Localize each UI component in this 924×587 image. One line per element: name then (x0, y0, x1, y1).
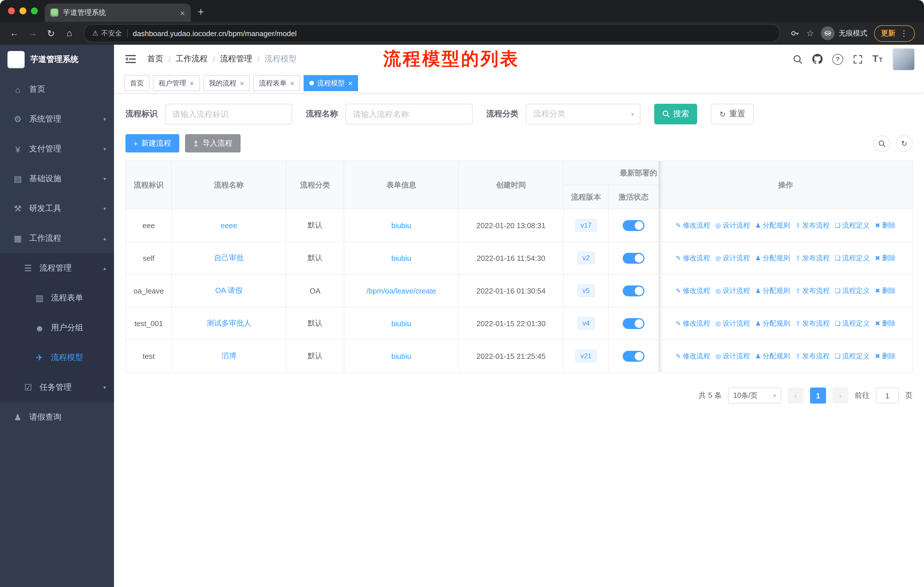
breadcrumb-item[interactable]: 流程管理 (220, 54, 252, 64)
assign-rule-link[interactable]: ♟分配规则 (755, 286, 790, 296)
design-process-link[interactable]: ◎设计流程 (715, 318, 750, 328)
browser-menu-icon[interactable]: ⋮ (900, 29, 908, 38)
new-tab-button[interactable]: + (191, 6, 211, 22)
github-icon[interactable] (812, 54, 823, 64)
reload-button[interactable]: ↻ (42, 25, 59, 42)
publish-process-link[interactable]: ⇪发布流程 (795, 253, 830, 263)
publish-process-link[interactable]: ⇪发布流程 (795, 286, 830, 296)
sidebar-item-system[interactable]: ⚙ 系统管理 ▾ (0, 104, 114, 134)
publish-process-link[interactable]: ⇪发布流程 (795, 220, 830, 230)
process-key-input[interactable] (165, 104, 292, 124)
edit-process-link[interactable]: ✎修改流程 (676, 220, 710, 230)
tag-tenant[interactable]: 租户管理 × (153, 75, 200, 91)
process-name-link[interactable]: 测试多审批人 (206, 319, 251, 327)
delete-link[interactable]: ✖删除 (875, 286, 896, 296)
publish-process-link[interactable]: ⇪发布流程 (795, 351, 830, 361)
address-bar[interactable]: ⚠ 不安全 dashboard.yudao.iocoder.cn/bpm/man… (84, 24, 780, 42)
form-link[interactable]: biubiu (391, 254, 411, 262)
edit-process-link[interactable]: ✎修改流程 (676, 253, 710, 263)
reset-button[interactable]: ↻ 重置 (711, 104, 754, 124)
page-size-select[interactable]: 10条/页 ▾ (728, 387, 781, 403)
process-name-link[interactable]: 自己审批 (214, 253, 244, 262)
sidebar-item-infrastructure[interactable]: ▤ 基础设施 ▾ (0, 164, 114, 194)
process-name-input[interactable] (345, 104, 473, 124)
prev-page-button[interactable]: ‹ (788, 387, 804, 403)
close-icon[interactable]: × (290, 79, 294, 87)
tab-close-icon[interactable]: × (180, 8, 185, 17)
back-button[interactable]: ← (6, 25, 23, 42)
process-definition-link[interactable]: ❏流程定义 (835, 318, 870, 328)
search-icon[interactable] (793, 54, 803, 64)
key-icon[interactable] (790, 29, 799, 38)
form-link[interactable]: /bpm/oa/leave/create (366, 286, 436, 295)
active-toggle[interactable] (623, 318, 644, 329)
edit-process-link[interactable]: ✎修改流程 (676, 318, 710, 328)
forward-button[interactable]: → (24, 25, 41, 42)
delete-link[interactable]: ✖删除 (875, 351, 896, 361)
close-icon[interactable]: × (190, 79, 194, 87)
fullscreen-icon[interactable] (853, 54, 863, 64)
home-button[interactable]: ⌂ (61, 25, 78, 42)
import-process-button[interactable]: ↥ 导入流程 (185, 134, 240, 152)
process-definition-link[interactable]: ❏流程定义 (835, 220, 870, 230)
edit-process-link[interactable]: ✎修改流程 (676, 286, 710, 296)
breadcrumb-item[interactable]: 工作流程 (176, 54, 208, 64)
process-name-link[interactable]: eeee (221, 221, 237, 230)
delete-link[interactable]: ✖删除 (875, 318, 896, 328)
assign-rule-link[interactable]: ♟分配规则 (755, 253, 790, 263)
sidebar-item-devtools[interactable]: ⚒ 研发工具 ▾ (0, 194, 114, 223)
design-process-link[interactable]: ◎设计流程 (715, 286, 750, 296)
current-page-button[interactable]: 1 (810, 387, 826, 403)
assign-rule-link[interactable]: ♟分配规则 (755, 351, 790, 361)
tag-home[interactable]: 首页 (124, 75, 150, 91)
sidebar-item-task-management[interactable]: ☑ 任务管理 ▾ (0, 373, 114, 402)
assign-rule-link[interactable]: ♟分配规则 (755, 318, 790, 328)
delete-link[interactable]: ✖删除 (875, 220, 896, 230)
assign-rule-link[interactable]: ♟分配规则 (755, 220, 790, 230)
close-icon[interactable]: × (240, 79, 244, 87)
tag-process-model[interactable]: 流程模型 × (304, 75, 358, 91)
edit-process-link[interactable]: ✎修改流程 (676, 351, 710, 361)
design-process-link[interactable]: ◎设计流程 (715, 351, 750, 361)
sidebar-item-workflow[interactable]: ▦ 工作流程 ▴ (0, 223, 114, 253)
sidebar-item-process-management[interactable]: ☰ 流程管理 ▴ (0, 253, 114, 283)
browser-tab[interactable]: 芋道管理系统 × (45, 3, 191, 22)
goto-page-input[interactable] (876, 387, 899, 403)
refresh-table-button[interactable]: ↻ (896, 135, 912, 152)
sidebar-item-home[interactable]: ⌂ 首页 (0, 74, 114, 104)
bookmark-star-icon[interactable]: ☆ (806, 28, 814, 38)
toggle-search-button[interactable] (874, 135, 890, 152)
category-select[interactable]: 流程分类 ▾ (526, 104, 640, 124)
process-name-link[interactable]: 滔博 (221, 351, 236, 360)
sidebar-item-user-group[interactable]: ☻ 用户分组 (0, 313, 114, 343)
close-window-button[interactable] (8, 7, 15, 14)
process-definition-link[interactable]: ❏流程定义 (835, 351, 870, 361)
tag-process-form[interactable]: 流程表单 × (253, 75, 300, 91)
design-process-link[interactable]: ◎设计流程 (715, 253, 750, 263)
active-toggle[interactable] (623, 351, 644, 361)
active-toggle[interactable] (623, 253, 644, 263)
tag-my-process[interactable]: 我的流程 × (203, 75, 250, 91)
minimize-window-button[interactable] (20, 7, 26, 14)
form-link[interactable]: biubiu (391, 319, 411, 327)
active-toggle[interactable] (623, 285, 644, 296)
active-toggle[interactable] (623, 220, 644, 231)
help-icon[interactable]: ? (832, 54, 843, 64)
form-link[interactable]: biubiu (391, 352, 411, 360)
design-process-link[interactable]: ◎设计流程 (715, 220, 750, 230)
create-process-button[interactable]: + 新建流程 (125, 134, 179, 152)
collapse-sidebar-icon[interactable] (124, 53, 137, 65)
delete-link[interactable]: ✖删除 (875, 253, 896, 263)
process-definition-link[interactable]: ❏流程定义 (835, 253, 870, 263)
search-button[interactable]: 搜索 (654, 104, 697, 124)
sidebar-item-process-model[interactable]: ✈ 流程模型 (0, 343, 114, 373)
process-name-link[interactable]: OA 请假 (215, 286, 242, 294)
publish-process-link[interactable]: ⇪发布流程 (795, 318, 830, 328)
zoom-window-button[interactable] (31, 7, 38, 14)
update-button[interactable]: 更新 ⋮ (874, 25, 915, 41)
next-page-button[interactable]: › (832, 387, 848, 403)
sidebar-item-leave-query[interactable]: ♟ 请假查询 (0, 402, 114, 432)
process-definition-link[interactable]: ❏流程定义 (835, 286, 870, 296)
close-icon[interactable]: × (348, 79, 353, 87)
font-size-icon[interactable]: TT (873, 53, 883, 65)
